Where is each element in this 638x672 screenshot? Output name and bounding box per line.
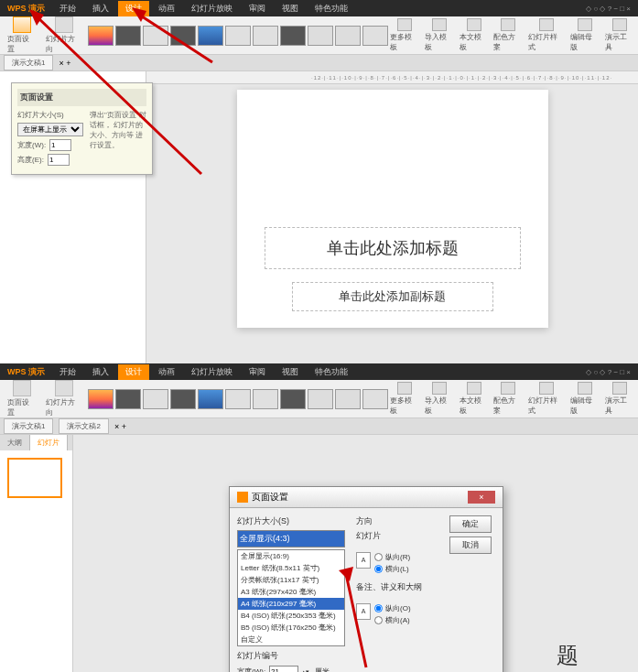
orient-label: 方向 — [356, 515, 438, 527]
subtitle-placeholder[interactable]: 单击此处添加副标题 — [292, 282, 493, 311]
size-label: 幻灯片大小(S) — [237, 515, 345, 527]
theme-thumb[interactable] — [225, 389, 251, 409]
theme-thumb[interactable] — [308, 389, 333, 409]
ribbon-right: 更多模板 导入模板 本文模板 配色方案 幻灯片样式 编辑母版 演示工具 — [390, 382, 634, 416]
import-template-btn[interactable]: 导入模板 — [425, 18, 454, 52]
title-placeholder[interactable]: 单击此处添加标题 — [265, 227, 521, 269]
tab-slideshow[interactable]: 幻灯片放映 — [184, 364, 240, 380]
cancel-button[interactable]: 取消 — [449, 537, 492, 554]
this-template-btn[interactable]: 本文模板 — [460, 18, 489, 52]
theme-thumb[interactable] — [253, 389, 278, 409]
list-item-a4[interactable]: A4 纸张(210x297 毫米) — [238, 598, 344, 610]
slide-thumbnail-1[interactable] — [7, 458, 62, 498]
style-icon — [539, 382, 554, 395]
titlebar-2: WPS 演示 开始 插入 设计 动画 幻灯片放映 审阅 视图 特色功能 ◇ ○ … — [0, 363, 638, 380]
slide[interactable]: 单击此处添加标题 单击此处添加副标题 — [237, 90, 548, 328]
theme-thumb[interactable] — [280, 389, 306, 409]
list-item[interactable]: 分类帐纸张(11x17 英寸) — [238, 574, 344, 586]
more-templates-btn[interactable]: 更多模板 — [390, 18, 419, 52]
tools-icon — [612, 382, 627, 395]
tab-design[interactable]: 设计 — [118, 364, 149, 380]
slide-orient-button[interactable]: 幻灯片方向 — [42, 378, 86, 419]
slide-style-btn[interactable]: 幻灯片样式 — [528, 382, 565, 416]
list-item[interactable]: 全屏显示(16:9) — [238, 550, 344, 562]
tab-insert[interactable]: 插入 — [85, 364, 116, 380]
ok-button[interactable]: 确定 — [449, 515, 492, 533]
tools-icon — [612, 18, 627, 31]
theme-thumb[interactable] — [225, 26, 251, 46]
dlg-width-input[interactable] — [269, 666, 298, 672]
slide-section-label: 幻灯片 — [356, 530, 438, 542]
theme-thumb[interactable] — [362, 26, 388, 46]
color-icon — [501, 18, 515, 31]
slide-title-partial: 题 — [557, 641, 579, 670]
doc-tabs-2: 演示文稿1 演示文稿2 × + — [0, 418, 638, 435]
size-dropdown-list: 全屏显示(16:9) Letter 纸张(8.5x11 英寸) 分类帐纸张(11… — [237, 549, 345, 646]
theme-thumb[interactable] — [335, 26, 361, 46]
tab-features[interactable]: 特色功能 — [308, 364, 355, 380]
list-item[interactable]: A3 纸张(297x420 毫米) — [238, 586, 344, 598]
list-item[interactable]: B4 (ISO) 纸张(250x353 毫米) — [238, 610, 344, 622]
more-templates-btn[interactable]: 更多模板 — [390, 382, 419, 416]
page-setup-button[interactable]: 页面设置 — [4, 378, 40, 419]
window-controls[interactable]: ◇ ○ ◇ ? − □ × — [586, 5, 631, 13]
theme-thumb[interactable] — [198, 389, 223, 409]
tab-view[interactable]: 视图 — [275, 1, 306, 16]
list-item[interactable]: B5 (ISO) 纸张(176x250 毫米) — [238, 622, 344, 634]
page-setup-label: 页面设置 — [7, 397, 37, 417]
edit-master-btn[interactable]: 编辑母版 — [570, 382, 600, 416]
window-controls[interactable]: ◇ ○ ◇ ? − □ × — [586, 368, 631, 376]
color-scheme-btn[interactable]: 配色方案 — [493, 382, 523, 416]
doc-tab-1[interactable]: 演示文稿1 — [4, 418, 53, 434]
size-dropdown-selected[interactable]: 全屏显示(4:3) — [237, 530, 345, 547]
canvas: ·12·|·11·|·10·|·9·|·8·|·7·|·6·|·5·|·4·|·… — [146, 71, 638, 363]
tab-start[interactable]: 开始 — [52, 364, 83, 380]
this-icon — [467, 18, 481, 31]
dialog-close-button[interactable]: × — [468, 491, 495, 504]
theme-thumb[interactable] — [280, 26, 306, 46]
templates-icon — [397, 18, 412, 31]
tab-review[interactable]: 审阅 — [242, 364, 273, 380]
tab-review[interactable]: 审阅 — [242, 1, 273, 16]
theme-thumb[interactable] — [170, 389, 196, 409]
app-logo: WPS 演示 — [7, 366, 45, 378]
dialog-title-text: 页面设置 — [252, 491, 288, 504]
import-template-btn[interactable]: 导入模板 — [425, 382, 454, 416]
sidebar-2: 大纲 幻灯片 — [0, 435, 73, 672]
side-tab-slides[interactable]: 幻灯片 — [30, 435, 68, 450]
add-tab[interactable]: × + — [114, 422, 126, 431]
theme-thumb[interactable] — [308, 26, 333, 46]
ribbon-2: 页面设置 幻灯片方向 更多模板 导入模板 本文模板 配色方案 幻灯片样式 编辑母… — [0, 380, 638, 418]
this-template-btn[interactable]: 本文模板 — [460, 382, 489, 416]
edit-master-btn[interactable]: 编辑母版 — [570, 18, 600, 52]
tab-features[interactable]: 特色功能 — [308, 1, 355, 16]
templates-icon — [397, 382, 412, 395]
tab-view[interactable]: 视图 — [275, 364, 306, 380]
theme-thumb[interactable] — [253, 26, 278, 46]
theme-thumb[interactable] — [143, 389, 168, 409]
annotation-arrow-2 — [130, 7, 222, 75]
side-tabs: 大纲 幻灯片 — [0, 435, 72, 450]
dialog-titlebar[interactable]: 页面设置 × — [230, 487, 503, 508]
theme-thumbs — [88, 389, 388, 409]
svg-line-4 — [346, 574, 366, 667]
present-tools-btn[interactable]: 演示工具 — [605, 382, 634, 416]
list-item[interactable]: 自定义 — [238, 634, 344, 645]
dialog-buttons: 确定 取消 — [449, 515, 495, 672]
svg-line-2 — [139, 15, 212, 62]
tab-anim[interactable]: 动画 — [151, 364, 182, 380]
slide-style-btn[interactable]: 幻灯片样式 — [528, 18, 565, 52]
radio-portrait[interactable]: 纵向(R) — [374, 552, 410, 562]
start-num-label: 幻灯片编号 — [237, 650, 345, 662]
screenshot-1: WPS 演示 开始 插入 设计 动画 幻灯片放映 审阅 视图 特色功能 ◇ ○ … — [0, 0, 638, 363]
side-tab-outline[interactable]: 大纲 — [0, 435, 30, 450]
theme-thumb[interactable] — [362, 389, 388, 409]
doc-tab-2[interactable]: 演示文稿2 — [59, 418, 108, 434]
list-item[interactable]: Letter 纸张(8.5x11 英寸) — [238, 562, 344, 574]
annotation-arrow-3 — [339, 567, 394, 672]
color-scheme-btn[interactable]: 配色方案 — [493, 18, 523, 52]
theme-thumb[interactable] — [88, 389, 114, 409]
theme-thumb[interactable] — [115, 389, 141, 409]
present-tools-btn[interactable]: 演示工具 — [605, 18, 634, 52]
theme-thumb[interactable] — [335, 389, 361, 409]
